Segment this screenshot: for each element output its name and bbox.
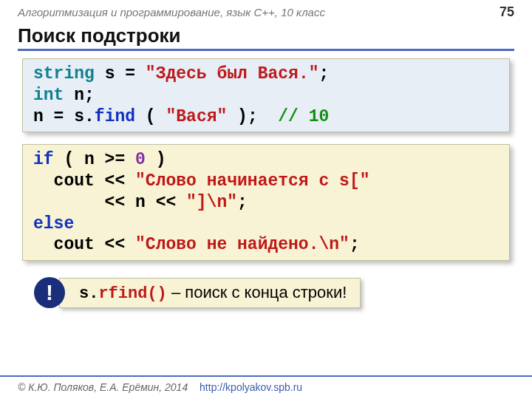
string-literal: "Слово не найдено.\n" [135, 235, 349, 254]
code-text: << n << [33, 193, 186, 212]
code-text: ; [237, 193, 248, 212]
header-subject: Алгоритмизация и программирование, язык … [18, 6, 325, 18]
code-text: ; [349, 235, 360, 254]
note-row: ! s.rfind() – поиск с конца строки! [34, 277, 510, 308]
comment: // 10 [278, 107, 329, 126]
kw-int: int [33, 86, 64, 105]
string-literal: "Вася" [166, 107, 227, 126]
code-text: ( n >= [54, 150, 135, 169]
exclamation-icon: ! [34, 277, 65, 308]
num-literal: 0 [135, 150, 146, 169]
code-block-2: if ( n >= 0 ) cout << "Слово начинается … [22, 144, 510, 261]
string-literal: "Здесь был Вася." [146, 64, 319, 83]
string-literal: "]\n" [186, 193, 237, 212]
kw-string: string [33, 64, 95, 83]
code-text: n; [64, 86, 94, 105]
code-text: s = [95, 64, 146, 83]
note-code-pre: s. [79, 284, 98, 303]
code-text: ; [318, 64, 329, 83]
page-title: Поиск подстроки [18, 24, 514, 51]
note-text: – поиск с конца строки! [167, 283, 347, 301]
footer-authors: © К.Ю. Поляков, Е.А. Ерёмин, 2014 [18, 381, 188, 393]
slide-header: Алгоритмизация и программирование, язык … [0, 0, 532, 21]
string-literal: "Слово начинается с s[" [135, 171, 369, 191]
kw-else: else [33, 214, 74, 233]
note-code-fn: rfind() [98, 284, 166, 303]
code-text: ); [227, 107, 278, 126]
page-number: 75 [499, 4, 514, 20]
code-text: ) [146, 150, 166, 169]
code-block-1: string s = "Здесь был Вася."; int n; n =… [22, 58, 510, 132]
title-wrap: Поиск подстроки [0, 21, 532, 51]
code-text: cout << [33, 171, 135, 191]
kw-if: if [33, 150, 54, 169]
note-box: s.rfind() – поиск с конца строки! [59, 278, 361, 308]
code-text: ( [135, 107, 166, 126]
footer-url: http://kpolyakov.spb.ru [200, 381, 302, 393]
code-text: cout << [33, 235, 135, 254]
code-text: n = s. [33, 107, 95, 126]
fn-find: find [95, 107, 135, 126]
slide-footer: © К.Ю. Поляков, Е.А. Ерёмин, 2014 http:/… [0, 375, 532, 399]
